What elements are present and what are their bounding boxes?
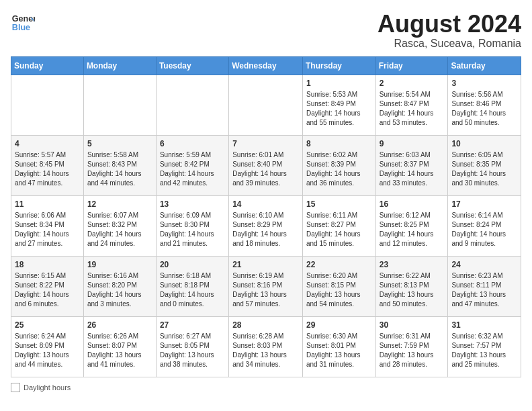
- day-cell: 5Sunrise: 5:58 AM Sunset: 8:43 PM Daylig…: [83, 135, 156, 195]
- day-cell: 28Sunrise: 6:28 AM Sunset: 8:03 PM Dayli…: [229, 316, 303, 377]
- calendar-table: SundayMondayTuesdayWednesdayThursdayFrid…: [11, 56, 521, 377]
- day-number: 28: [232, 320, 299, 331]
- day-cell: 17Sunrise: 6:14 AM Sunset: 8:24 PM Dayli…: [448, 195, 521, 256]
- day-detail: Sunrise: 5:57 AM Sunset: 8:45 PM Dayligh…: [15, 150, 80, 188]
- day-cell: 4Sunrise: 5:57 AM Sunset: 8:45 PM Daylig…: [11, 135, 84, 195]
- day-number: 21: [232, 259, 299, 271]
- day-detail: Sunrise: 6:19 AM Sunset: 8:16 PM Dayligh…: [232, 271, 299, 309]
- week-row-2: 4Sunrise: 5:57 AM Sunset: 8:45 PM Daylig…: [11, 135, 521, 195]
- day-number: 18: [15, 259, 80, 271]
- day-detail: Sunrise: 6:01 AM Sunset: 8:40 PM Dayligh…: [232, 150, 299, 188]
- day-number: 16: [380, 199, 445, 210]
- day-detail: Sunrise: 5:58 AM Sunset: 8:43 PM Dayligh…: [87, 150, 152, 188]
- day-cell: 12Sunrise: 6:07 AM Sunset: 8:32 PM Dayli…: [83, 195, 156, 256]
- day-detail: Sunrise: 6:15 AM Sunset: 8:22 PM Dayligh…: [15, 271, 80, 309]
- day-cell: 8Sunrise: 6:02 AM Sunset: 8:39 PM Daylig…: [302, 135, 375, 195]
- day-number: 17: [451, 199, 517, 210]
- day-number: 5: [87, 138, 152, 150]
- day-number: 26: [87, 320, 152, 331]
- day-detail: Sunrise: 6:27 AM Sunset: 8:05 PM Dayligh…: [160, 332, 225, 369]
- daylight-legend-item: Daylight hours: [11, 383, 71, 392]
- day-number: 1: [306, 78, 372, 89]
- day-cell: 21Sunrise: 6:19 AM Sunset: 8:16 PM Dayli…: [229, 256, 303, 316]
- day-header-monday: Monday: [83, 56, 156, 75]
- day-detail: Sunrise: 6:20 AM Sunset: 8:15 PM Dayligh…: [306, 271, 372, 309]
- day-detail: Sunrise: 5:56 AM Sunset: 8:46 PM Dayligh…: [451, 90, 517, 128]
- day-cell: 19Sunrise: 6:16 AM Sunset: 8:20 PM Dayli…: [83, 256, 156, 316]
- day-cell: 13Sunrise: 6:09 AM Sunset: 8:30 PM Dayli…: [156, 195, 228, 256]
- day-number: 25: [15, 320, 80, 331]
- day-cell: 26Sunrise: 6:26 AM Sunset: 8:07 PM Dayli…: [83, 316, 156, 377]
- day-cell: 23Sunrise: 6:22 AM Sunset: 8:13 PM Dayli…: [375, 256, 448, 316]
- day-detail: Sunrise: 5:53 AM Sunset: 8:49 PM Dayligh…: [306, 90, 372, 128]
- day-cell: 1Sunrise: 5:53 AM Sunset: 8:49 PM Daylig…: [302, 75, 375, 135]
- day-header-thursday: Thursday: [302, 56, 375, 75]
- header: General Blue August 2024 Rasca, Suceava,…: [11, 11, 521, 50]
- day-number: 11: [15, 199, 80, 210]
- day-cell: 16Sunrise: 6:12 AM Sunset: 8:25 PM Dayli…: [375, 195, 448, 256]
- daylight-legend-box: [11, 383, 20, 392]
- day-number: 6: [160, 138, 225, 150]
- logo-icon: General Blue: [11, 11, 35, 35]
- day-header-saturday: Saturday: [448, 56, 521, 75]
- day-detail: Sunrise: 6:18 AM Sunset: 8:18 PM Dayligh…: [160, 271, 225, 309]
- day-cell: [156, 75, 228, 135]
- day-detail: Sunrise: 5:59 AM Sunset: 8:42 PM Dayligh…: [160, 150, 225, 188]
- day-number: 4: [15, 138, 80, 150]
- day-number: 29: [306, 320, 372, 331]
- day-cell: 27Sunrise: 6:27 AM Sunset: 8:05 PM Dayli…: [156, 316, 228, 377]
- day-detail: Sunrise: 6:11 AM Sunset: 8:27 PM Dayligh…: [306, 211, 372, 248]
- week-row-1: 1Sunrise: 5:53 AM Sunset: 8:49 PM Daylig…: [11, 75, 521, 135]
- day-header-sunday: Sunday: [11, 56, 84, 75]
- day-header-friday: Friday: [375, 56, 448, 75]
- day-cell: 25Sunrise: 6:24 AM Sunset: 8:09 PM Dayli…: [11, 316, 84, 377]
- day-detail: Sunrise: 6:06 AM Sunset: 8:34 PM Dayligh…: [15, 211, 80, 248]
- day-cell: 30Sunrise: 6:31 AM Sunset: 7:59 PM Dayli…: [375, 316, 448, 377]
- day-number: 10: [451, 138, 517, 150]
- day-number: 20: [160, 259, 225, 271]
- day-number: 15: [306, 199, 372, 210]
- daylight-label: Daylight hours: [24, 383, 71, 392]
- day-cell: 24Sunrise: 6:23 AM Sunset: 8:11 PM Dayli…: [448, 256, 521, 316]
- day-cell: [11, 75, 84, 135]
- day-header-row: SundayMondayTuesdayWednesdayThursdayFrid…: [11, 56, 521, 75]
- day-detail: Sunrise: 6:02 AM Sunset: 8:39 PM Dayligh…: [306, 150, 372, 188]
- day-detail: Sunrise: 6:16 AM Sunset: 8:20 PM Dayligh…: [87, 271, 152, 309]
- day-detail: Sunrise: 6:22 AM Sunset: 8:13 PM Dayligh…: [380, 271, 445, 309]
- day-header-tuesday: Tuesday: [156, 56, 228, 75]
- day-number: 27: [160, 320, 225, 331]
- day-number: 12: [87, 199, 152, 210]
- day-detail: Sunrise: 6:10 AM Sunset: 8:29 PM Dayligh…: [232, 211, 299, 248]
- day-cell: 18Sunrise: 6:15 AM Sunset: 8:22 PM Dayli…: [11, 256, 84, 316]
- logo: General Blue: [11, 11, 35, 35]
- day-number: 31: [451, 320, 517, 331]
- day-detail: Sunrise: 6:26 AM Sunset: 8:07 PM Dayligh…: [87, 332, 152, 369]
- day-number: 23: [380, 259, 445, 271]
- day-detail: Sunrise: 6:09 AM Sunset: 8:30 PM Dayligh…: [160, 211, 225, 248]
- day-cell: 14Sunrise: 6:10 AM Sunset: 8:29 PM Dayli…: [229, 195, 303, 256]
- day-cell: 20Sunrise: 6:18 AM Sunset: 8:18 PM Dayli…: [156, 256, 228, 316]
- day-cell: 31Sunrise: 6:32 AM Sunset: 7:57 PM Dayli…: [448, 316, 521, 377]
- day-cell: [83, 75, 156, 135]
- day-cell: 10Sunrise: 6:05 AM Sunset: 8:35 PM Dayli…: [448, 135, 521, 195]
- calendar-title: August 2024: [378, 11, 521, 38]
- day-number: 13: [160, 199, 225, 210]
- week-row-4: 18Sunrise: 6:15 AM Sunset: 8:22 PM Dayli…: [11, 256, 521, 316]
- day-number: 9: [380, 138, 445, 150]
- title-area: August 2024 Rasca, Suceava, Romania: [378, 11, 521, 50]
- day-detail: Sunrise: 6:03 AM Sunset: 8:37 PM Dayligh…: [380, 150, 445, 188]
- day-cell: 29Sunrise: 6:30 AM Sunset: 8:01 PM Dayli…: [302, 316, 375, 377]
- footer: Daylight hours: [11, 383, 521, 392]
- day-number: 24: [451, 259, 517, 271]
- day-number: 7: [232, 138, 299, 150]
- day-cell: 6Sunrise: 5:59 AM Sunset: 8:42 PM Daylig…: [156, 135, 228, 195]
- week-row-5: 25Sunrise: 6:24 AM Sunset: 8:09 PM Dayli…: [11, 316, 521, 377]
- day-cell: 15Sunrise: 6:11 AM Sunset: 8:27 PM Dayli…: [302, 195, 375, 256]
- day-header-wednesday: Wednesday: [229, 56, 303, 75]
- day-number: 3: [451, 78, 517, 89]
- week-row-3: 11Sunrise: 6:06 AM Sunset: 8:34 PM Dayli…: [11, 195, 521, 256]
- day-detail: Sunrise: 6:23 AM Sunset: 8:11 PM Dayligh…: [451, 271, 517, 309]
- calendar-subtitle: Rasca, Suceava, Romania: [378, 38, 521, 50]
- day-number: 8: [306, 138, 372, 150]
- day-number: 22: [306, 259, 372, 271]
